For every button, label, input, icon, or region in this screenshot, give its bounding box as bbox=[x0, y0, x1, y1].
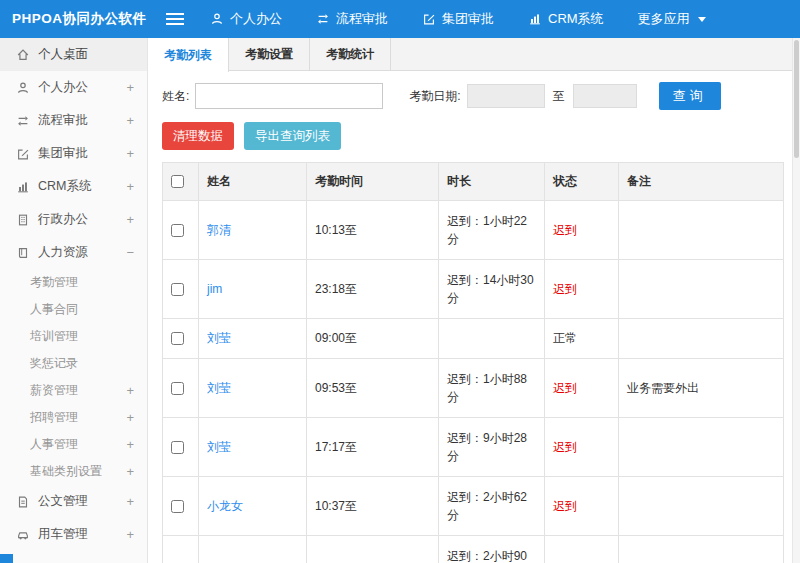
search-button[interactable]: 查询 bbox=[659, 82, 721, 110]
duration: 迟到：9小时28分 bbox=[439, 418, 545, 477]
sidebar-subitem-hr-mgmt[interactable]: 人事管理 + bbox=[0, 431, 147, 458]
row-checkbox[interactable] bbox=[171, 283, 184, 296]
expand-icon: + bbox=[126, 179, 134, 194]
date-from-input[interactable] bbox=[467, 84, 545, 108]
attendance-time: 10:54至10:54 bbox=[307, 536, 439, 563]
app-logo[interactable]: PHPOA协同办公软件 bbox=[0, 0, 148, 38]
date-to-input[interactable] bbox=[573, 84, 637, 108]
sidebar-subitem-reward-punish[interactable]: 奖惩记录 bbox=[0, 350, 147, 377]
remark bbox=[619, 319, 784, 359]
export-list-button[interactable]: 导出查询列表 bbox=[244, 122, 341, 150]
nav-item-group-approval[interactable]: 集团审批 bbox=[422, 10, 494, 28]
sidebar-item-personal-desktop[interactable]: 个人桌面 bbox=[0, 38, 147, 71]
tab-attendance-list[interactable]: 考勤列表 bbox=[148, 38, 229, 72]
sidebar-item-label: 行政办公 bbox=[38, 211, 88, 228]
remark: 1111 bbox=[619, 536, 784, 563]
col-header-time: 考勤时间 bbox=[307, 163, 439, 201]
attendance-table: 姓名 考勤时间 时长 状态 备注 郭清 10:13至 迟到：1小时22分 迟到 bbox=[162, 162, 784, 563]
sidebar-subitem-base-category[interactable]: 基础类别设置 + bbox=[0, 458, 147, 485]
status-badge: 迟到/早退 bbox=[545, 536, 619, 563]
date-to-label: 至 bbox=[553, 88, 565, 105]
tab-attendance-settings[interactable]: 考勤设置 bbox=[229, 38, 310, 70]
duration: 迟到：14小时30分 bbox=[439, 260, 545, 319]
sidebar-subitem-label: 薪资管理 bbox=[30, 382, 78, 399]
sidebar-subitem-label: 培训管理 bbox=[30, 328, 78, 345]
user-icon bbox=[16, 81, 30, 95]
sidebar-subitem-label: 人事合同 bbox=[30, 301, 78, 318]
sidebar-item-admin-office[interactable]: 行政办公 + bbox=[0, 203, 147, 236]
nav-item-personal-office[interactable]: 个人办公 bbox=[210, 10, 282, 28]
row-checkbox[interactable] bbox=[171, 224, 184, 237]
nav-item-workflow-approval[interactable]: 流程审批 bbox=[316, 10, 388, 28]
status-badge: 迟到 bbox=[545, 477, 619, 536]
sidebar-item-group-approval[interactable]: 集团审批 + bbox=[0, 137, 147, 170]
employee-name-link[interactable]: 小龙女 bbox=[207, 499, 243, 513]
expand-icon: + bbox=[126, 527, 134, 542]
sidebar-item-label: 人力资源 bbox=[38, 244, 88, 261]
nav-item-crm-system[interactable]: CRM系统 bbox=[528, 10, 604, 28]
expand-icon: + bbox=[126, 212, 134, 227]
duration: 迟到：2小时90分 早退：7小时10分 bbox=[439, 536, 545, 563]
row-checkbox[interactable] bbox=[171, 441, 184, 454]
sidebar-subitem-label: 考勤管理 bbox=[30, 274, 78, 291]
remark bbox=[619, 260, 784, 319]
edit-icon bbox=[16, 147, 30, 161]
row-checkbox[interactable] bbox=[171, 500, 184, 513]
sidebar-subitem-label: 基础类别设置 bbox=[30, 463, 102, 480]
select-all-checkbox[interactable] bbox=[171, 175, 184, 188]
employee-name-link[interactable]: 刘莹 bbox=[207, 331, 231, 345]
nav-label: 集团审批 bbox=[442, 10, 494, 28]
attendance-time: 10:13至 bbox=[307, 201, 439, 260]
table-row: 刘莹 09:00至 正常 bbox=[163, 319, 784, 359]
sidebar-subitem-label: 奖惩记录 bbox=[30, 355, 78, 372]
duration: 迟到：2小时62分 bbox=[439, 477, 545, 536]
duration: 迟到：1小时88分 bbox=[439, 359, 545, 418]
chart-icon bbox=[528, 12, 542, 26]
clean-data-button[interactable]: 清理数据 bbox=[162, 122, 234, 150]
expand-icon: + bbox=[126, 437, 134, 452]
name-filter-input[interactable] bbox=[195, 83, 383, 109]
sidebar-subitem-hr-contract[interactable]: 人事合同 bbox=[0, 296, 147, 323]
scrollbar-thumb[interactable] bbox=[794, 40, 799, 158]
employee-name-link[interactable]: 刘莹 bbox=[207, 440, 231, 454]
table-row: 郭清 10:13至 迟到：1小时22分 迟到 bbox=[163, 201, 784, 260]
employee-name-link[interactable]: 郭清 bbox=[207, 223, 231, 237]
remark bbox=[619, 418, 784, 477]
sidebar-subitem-training-mgmt[interactable]: 培训管理 bbox=[0, 323, 147, 350]
car-icon bbox=[16, 528, 30, 542]
table-row: 刘莹 17:17至 迟到：9小时28分 迟到 bbox=[163, 418, 784, 477]
sidebar-item-personal-office[interactable]: 个人办公 + bbox=[0, 71, 147, 104]
topbar: PHPOA协同办公软件 个人办公 流程审批 集团审批 CRM系统 更多应用 bbox=[0, 0, 800, 38]
row-checkbox[interactable] bbox=[171, 382, 184, 395]
attendance-time: 09:53至 bbox=[307, 359, 439, 418]
duration bbox=[439, 319, 545, 359]
sidebar-item-human-resources[interactable]: 人力资源 − bbox=[0, 236, 147, 269]
sidebar-item-document-mgmt[interactable]: 公文管理 + bbox=[0, 485, 147, 518]
sidebar-subitem-recruit-mgmt[interactable]: 招聘管理 + bbox=[0, 404, 147, 431]
sidebar-subitem-attendance-mgmt[interactable]: 考勤管理 bbox=[0, 269, 147, 296]
name-filter-label: 姓名: bbox=[162, 88, 189, 105]
employee-name-link[interactable]: jim bbox=[207, 282, 222, 296]
sidebar-item-workflow-approval[interactable]: 流程审批 + bbox=[0, 104, 147, 137]
tab-attendance-stats[interactable]: 考勤统计 bbox=[310, 38, 391, 70]
row-checkbox[interactable] bbox=[171, 332, 184, 345]
nav-item-more-apps[interactable]: 更多应用 bbox=[638, 10, 706, 28]
corner-accent bbox=[0, 554, 13, 563]
sidebar-item-vehicle-mgmt[interactable]: 用车管理 + bbox=[0, 518, 147, 551]
filter-bar: 姓名: 考勤日期: 至 查询 bbox=[148, 71, 800, 119]
menu-toggle-button[interactable] bbox=[148, 0, 202, 38]
user-icon bbox=[210, 12, 224, 26]
sidebar-item-label: 流程审批 bbox=[38, 112, 88, 129]
employee-name-link[interactable]: 刘莹 bbox=[207, 381, 231, 395]
table-row: 刘莹 09:53至 迟到：1小时88分 迟到 业务需要外出 bbox=[163, 359, 784, 418]
vertical-scrollbar[interactable] bbox=[792, 38, 800, 563]
col-header-duration: 时长 bbox=[439, 163, 545, 201]
table-row: 管理员 10:54至10:54 迟到：2小时90分 早退：7小时10分 迟到/早… bbox=[163, 536, 784, 563]
remark: 业务需要外出 bbox=[619, 359, 784, 418]
tab-bar: 考勤列表 考勤设置 考勤统计 bbox=[148, 38, 800, 71]
sidebar-item-crm-system[interactable]: CRM系统 + bbox=[0, 170, 147, 203]
sidebar-subitem-salary-mgmt[interactable]: 薪资管理 + bbox=[0, 377, 147, 404]
caret-down-icon bbox=[698, 17, 706, 22]
sidebar-subitem-label: 人事管理 bbox=[30, 436, 78, 453]
table-header-row: 姓名 考勤时间 时长 状态 备注 bbox=[163, 163, 784, 201]
